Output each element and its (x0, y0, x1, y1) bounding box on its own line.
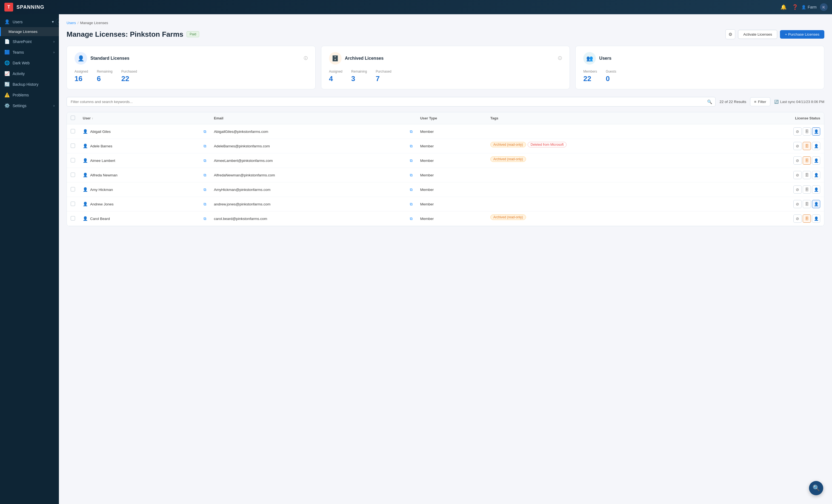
archive-button[interactable]: 🗄 (803, 142, 811, 150)
assign-license-button[interactable]: 👤 (812, 127, 820, 136)
sidebar-label-activity: Activity (12, 72, 54, 76)
sidebar-label-users: Users (12, 20, 49, 24)
user-copy-icon[interactable]: ⧉ (204, 202, 206, 206)
archived-licenses-icon: 🗄️ (329, 52, 342, 64)
action-icons: ⊘ 🗄 👤 (730, 185, 820, 194)
sidebar-collapse-button[interactable]: ‹ (56, 19, 59, 25)
sidebar-item-sharepoint[interactable]: 📄 SharePoint › (0, 36, 59, 47)
row-checkbox[interactable] (71, 202, 75, 206)
user-copy-icon[interactable]: ⧉ (204, 187, 206, 192)
revoke-button[interactable]: ⊘ (794, 200, 802, 208)
select-all-checkbox[interactable] (71, 115, 75, 120)
sidebar: 👤 Users ▼ ‹ Manage Licenses 📄 SharePoint… (0, 14, 59, 504)
tag-archived: Archived (read-only) (490, 214, 526, 220)
archive-button[interactable]: 🗄 (803, 171, 811, 179)
action-icons: ⊘ 🗄 👤 (730, 156, 820, 165)
org-avatar[interactable]: K (820, 3, 828, 11)
sidebar-item-manage-licenses[interactable]: Manage Licenses (0, 27, 59, 36)
user-copy-icon[interactable]: ⧉ (204, 173, 206, 177)
user-type-cell: Member (416, 153, 487, 168)
archive-button[interactable]: 🗄 (803, 185, 811, 194)
sync-icon: 🔄 (774, 100, 779, 104)
standard-numbers: Assigned 16 Remaining 6 Purchased 22 (75, 70, 308, 83)
table-row: 👤 Adele Barnes ⧉ AdeleBarnes@pinkstonfar… (67, 139, 824, 153)
user-copy-icon[interactable]: ⧉ (204, 158, 206, 163)
email-copy-icon[interactable]: ⧉ (410, 129, 413, 134)
archive-button[interactable]: 🗄 (803, 214, 811, 223)
row-checkbox[interactable] (71, 173, 75, 177)
user-menu[interactable]: 👤 Farm (801, 5, 817, 9)
user-copy-icon[interactable]: ⧉ (204, 216, 206, 221)
row-checkbox[interactable] (71, 143, 75, 148)
user-cell: 👤 Carol Beard (83, 216, 196, 221)
breadcrumb-parent[interactable]: Users (67, 21, 76, 25)
notifications-icon[interactable]: 🔔 (780, 4, 786, 10)
sidebar-item-dark-web[interactable]: 🌐 Dark Web (0, 57, 59, 68)
sidebar-item-users[interactable]: 👤 Users ▼ ‹ (0, 17, 59, 27)
users-icon: 👤 (4, 19, 10, 24)
users-guests-col: Guests 0 (606, 70, 616, 83)
archive-button[interactable]: 🗄 (803, 127, 811, 136)
filter-button[interactable]: ≡ Filter (750, 97, 770, 106)
email-value: AimeeLambert@pinkstonfarms.com (214, 159, 273, 163)
tag-archived: Archived (read-only) (490, 156, 526, 162)
search-input[interactable] (67, 97, 716, 107)
sidebar-item-settings[interactable]: ⚙️ Settings › (0, 100, 59, 111)
row-checkbox[interactable] (71, 129, 75, 133)
th-user[interactable]: User ↑ (79, 112, 200, 124)
standard-info-icon[interactable]: ⓘ (304, 56, 308, 61)
email-copy-icon[interactable]: ⧉ (410, 187, 413, 192)
standard-licenses-icon: 👤 (75, 52, 87, 64)
email-copy-icon[interactable]: ⧉ (410, 144, 413, 148)
help-icon[interactable]: ❓ (792, 4, 798, 10)
sidebar-item-problems[interactable]: ⚠️ Problems (0, 89, 59, 100)
row-checkbox[interactable] (71, 187, 75, 191)
assign-license-button[interactable]: 👤 (812, 200, 820, 208)
sidebar-label-backup-history: Backup History (12, 82, 54, 86)
user-name: Abigail Giles (90, 130, 111, 134)
sidebar-item-activity[interactable]: 📈 Activity (0, 68, 59, 79)
revoke-button[interactable]: ⊘ (794, 142, 802, 150)
email-cell: andrew.jones@pinkstonfarms.com (214, 202, 402, 206)
revoke-button[interactable]: ⊘ (794, 214, 802, 223)
sidebar-item-backup-history[interactable]: 🔄 Backup History (0, 79, 59, 89)
revoke-button[interactable]: ⊘ (794, 171, 802, 179)
sync-label: Last sync 04/11/23 8:06 PM (780, 100, 824, 104)
settings-gear-button[interactable]: ⚙ (725, 29, 735, 39)
assign-license-button[interactable]: 👤 (812, 171, 820, 179)
sidebar-item-teams[interactable]: 🟦 Teams › (0, 47, 59, 57)
revoke-button[interactable]: ⊘ (794, 156, 802, 165)
row-checkbox[interactable] (71, 158, 75, 162)
email-copy-icon[interactable]: ⧉ (410, 216, 413, 221)
action-icons: ⊘ 🗄 👤 (730, 142, 820, 150)
archive-button[interactable]: 🗄 (803, 156, 811, 165)
archived-info-icon[interactable]: ⓘ (558, 56, 562, 61)
table-row: 👤 Carol Beard ⧉ carol.beard@pinkstonfarm… (67, 211, 824, 226)
archive-button[interactable]: 🗄 (803, 200, 811, 208)
email-copy-icon[interactable]: ⧉ (410, 202, 413, 206)
search-fab[interactable]: 🔍 (809, 481, 823, 495)
main-content: Users / Manage Licenses Manage Licenses:… (59, 14, 832, 504)
app-logo-icon: T (4, 3, 13, 11)
user-copy-icon[interactable]: ⧉ (204, 144, 206, 148)
email-value: andrew.jones@pinkstonfarms.com (214, 202, 271, 206)
assign-license-button[interactable]: 👤 (812, 156, 820, 165)
email-copy-icon[interactable]: ⧉ (410, 158, 413, 163)
revoke-button[interactable]: ⊘ (794, 185, 802, 194)
users-submenu: Manage Licenses (0, 27, 59, 36)
assign-license-button[interactable]: 👤 (812, 185, 820, 194)
users-table: User ↑ Email User Type Tags License Stat… (67, 112, 824, 226)
assign-license-button[interactable]: 👤 (812, 214, 820, 223)
search-input-wrap: 🔍 (67, 97, 716, 107)
sidebar-label-sharepoint: SharePoint (12, 39, 51, 44)
table-row: 👤 Aimee Lambert ⧉ AimeeLambert@pinkstonf… (67, 153, 824, 168)
row-checkbox[interactable] (71, 216, 75, 220)
user-copy-icon[interactable]: ⧉ (204, 129, 206, 134)
email-copy-icon[interactable]: ⧉ (410, 173, 413, 177)
purchase-licenses-button[interactable]: + Purchase Licenses (780, 30, 824, 38)
revoke-button[interactable]: ⊘ (794, 127, 802, 136)
assign-license-button[interactable]: 👤 (812, 142, 820, 150)
th-user-copy (200, 112, 210, 124)
activate-licenses-button[interactable]: Activate Licenses (738, 30, 777, 39)
user-type-cell: Member (416, 211, 487, 226)
